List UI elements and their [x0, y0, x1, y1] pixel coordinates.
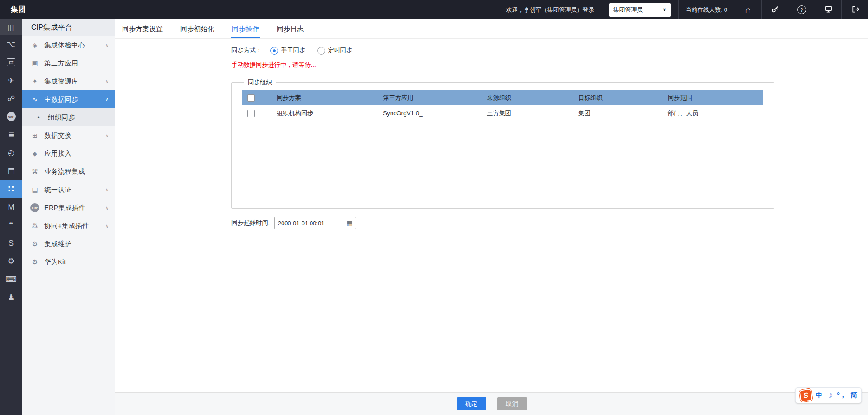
- confirm-button[interactable]: 确定: [457, 397, 486, 410]
- rail-item-document[interactable]: ▤: [0, 162, 22, 180]
- rail-item-gear[interactable]: ⚙: [0, 252, 22, 270]
- org-structure-icon: ⌥: [7, 41, 16, 48]
- radio-unselected-icon: [317, 47, 325, 55]
- logout-button[interactable]: [841, 0, 868, 19]
- monitor-icon: ▣: [30, 60, 39, 67]
- sidebar-item-collab-plugin[interactable]: ⁂协同+集成插件∨: [22, 217, 115, 235]
- rail-item-struts[interactable]: S: [0, 234, 22, 252]
- sidebar-item-unified-auth[interactable]: ▤统一认证∨: [22, 181, 115, 199]
- sidebar-item-label: 应用接入: [44, 149, 109, 158]
- ime-night-mode-icon[interactable]: ☽: [827, 392, 833, 400]
- table-header-row: 同步方案第三方应用来源组织目标组织同步范围: [242, 90, 763, 105]
- cube-icon: ◆: [30, 150, 39, 157]
- sidebar-item-data-exchange[interactable]: ⊞数据交换∨: [22, 126, 115, 145]
- sidebar-item-label: 业务流程集成: [44, 168, 109, 176]
- rail-item-dashboard[interactable]: ◴: [0, 144, 22, 162]
- role-select-cell: 集团管理员 ∨: [602, 0, 678, 19]
- sidebar-item-label: 第三方应用: [44, 59, 109, 68]
- online-count: 当前在线人数: 0: [678, 0, 735, 19]
- workstation-button[interactable]: [815, 0, 841, 19]
- sidebar-item-resource-repo[interactable]: ✦集成资源库∨: [22, 72, 115, 90]
- cancel-button[interactable]: 取消: [497, 397, 527, 410]
- start-time-input[interactable]: 2000-01-01 00:01 ▦: [274, 217, 356, 229]
- blocks-icon: ⊞: [30, 132, 39, 139]
- sidebar-item-health-center[interactable]: ◈集成体检中心∨: [22, 36, 115, 54]
- document-icon: ▤: [7, 167, 14, 175]
- server-icon: ▤: [30, 186, 39, 193]
- column-header: 同步方案: [276, 90, 382, 105]
- struts-icon: S: [9, 239, 14, 247]
- sidebar-item-maintenance[interactable]: ⚙集成维护: [22, 235, 115, 253]
- rail-item-user[interactable]: ♟: [0, 288, 22, 306]
- ime-punctuation-toggle[interactable]: °，: [837, 391, 846, 400]
- rail-item-m-badge[interactable]: M: [0, 198, 22, 216]
- tab-sync-log[interactable]: 同步日志: [275, 19, 305, 38]
- rail-item-terminal[interactable]: ⌨: [0, 270, 22, 288]
- calendar-icon[interactable]: ▦: [347, 219, 353, 227]
- data-transfer-icon: ⇄: [7, 58, 15, 66]
- ime-simplified-toggle[interactable]: 简: [850, 391, 857, 400]
- sidebar-item-label: 组织同步: [48, 113, 109, 122]
- column-header: 第三方应用: [382, 90, 486, 105]
- sidebar-item-business-process[interactable]: ⌘业务流程集成: [22, 163, 115, 181]
- gear-icon: ⚙: [8, 257, 14, 265]
- sidebar-item-third-party-app[interactable]: ▣第三方应用: [22, 54, 115, 72]
- topbar-right: 欢迎，李朝军（集团管理员）登录 集团管理员 ∨ 当前在线人数: 0 ⌂ ?: [499, 0, 868, 19]
- column-header: 目标组织: [578, 90, 667, 105]
- health-center-icon: ◈: [30, 42, 39, 49]
- sidebar-item-label: 集成体检中心: [44, 41, 105, 50]
- sidebar-menu: ◈集成体检中心∨▣第三方应用✦集成资源库∨∿主数据同步∧•组织同步⊞数据交换∨◆…: [22, 36, 115, 271]
- sidebar-title: CIP集成平台: [22, 19, 115, 36]
- row-checkbox[interactable]: [247, 110, 255, 117]
- rail-item-stack[interactable]: ≣: [0, 126, 22, 144]
- radio-scheduled-sync[interactable]: 定时同步: [317, 47, 353, 55]
- sidebar-item-label: 协同+集成插件: [44, 222, 105, 230]
- ime-lang-toggle[interactable]: 中: [816, 391, 823, 400]
- select-all-checkbox[interactable]: [247, 94, 255, 102]
- terminal-icon: ⌨: [5, 275, 17, 283]
- sidebar-item-label: 统一认证: [44, 186, 105, 194]
- tab-sync-plan-settings[interactable]: 同步方案设置: [121, 19, 164, 38]
- rail-item-org-structure[interactable]: ⌥: [0, 35, 22, 53]
- send-icon: ✈: [8, 77, 14, 84]
- table-cell: 三方集团: [486, 105, 578, 121]
- rail-item-chat[interactable]: ❝: [0, 216, 22, 234]
- sidebar-item-org-sync[interactable]: •组织同步: [22, 108, 115, 126]
- sidebar-item-label: 主数据同步: [44, 95, 105, 104]
- sidebar-item-label: ERP集成插件: [44, 204, 105, 212]
- start-time-value: 2000-01-01 00:01: [278, 220, 325, 227]
- rail-item-cap-badge[interactable]: CAP: [0, 107, 22, 126]
- chevron-down-icon: ∨: [105, 133, 109, 139]
- rail-item-data-transfer[interactable]: ⇄: [0, 53, 22, 71]
- sogou-logo-icon[interactable]: S: [799, 388, 812, 402]
- rail-item-apps-grid[interactable]: ∷: [0, 180, 22, 198]
- sidebar-item-erp-plugin[interactable]: ERPERP集成插件∨: [22, 199, 115, 217]
- rail-item-send[interactable]: ✈: [0, 71, 22, 89]
- radio-manual-sync[interactable]: 手工同步: [270, 47, 306, 55]
- sidebar-item-huawei-kit[interactable]: ⚙华为Kit: [22, 253, 115, 271]
- sidebar-item-master-data-sync[interactable]: ∿主数据同步∧: [22, 90, 115, 108]
- chevron-down-icon: ∨: [105, 42, 109, 48]
- sidebar-item-app-access[interactable]: ◆应用接入: [22, 145, 115, 163]
- tab-sync-init[interactable]: 同步初始化: [179, 19, 216, 38]
- sidebar: CIP集成平台 ◈集成体检中心∨▣第三方应用✦集成资源库∨∿主数据同步∧•组织同…: [22, 19, 116, 415]
- rail-item-link[interactable]: ☍: [0, 89, 22, 107]
- role-select[interactable]: 集团管理员 ∨: [609, 3, 671, 17]
- sidebar-item-label: 数据交换: [44, 131, 105, 140]
- share-icon: ⁂: [30, 222, 39, 229]
- table-row[interactable]: 组织机构同步SyncOrgV1.0_三方集团集团部门、人员: [242, 105, 763, 121]
- rail-item-sidebar-toggle[interactable]: |||: [0, 19, 22, 35]
- tab-sync-operation[interactable]: 同步操作: [231, 19, 260, 38]
- chevron-down-icon: ∨: [663, 7, 667, 13]
- sync-method-row: 同步方式： 手工同步 定时同步: [231, 47, 364, 55]
- top-bar: 集团 欢迎，李朝军（集团管理员）登录 集团管理员 ∨ 当前在线人数: 0 ⌂ ?: [0, 0, 868, 19]
- tab-bar: 同步方案设置同步初始化同步操作同步日志: [115, 19, 868, 39]
- flow-icon: ⌘: [30, 168, 39, 175]
- sync-method-label: 同步方式：: [231, 47, 262, 55]
- erp-badge-icon: ERP: [30, 203, 39, 212]
- help-button[interactable]: ?: [788, 0, 815, 19]
- password-button[interactable]: [761, 0, 788, 19]
- radio-selected-icon: [270, 47, 278, 55]
- table-cell: 组织机构同步: [276, 105, 382, 121]
- home-button[interactable]: ⌂: [735, 0, 761, 19]
